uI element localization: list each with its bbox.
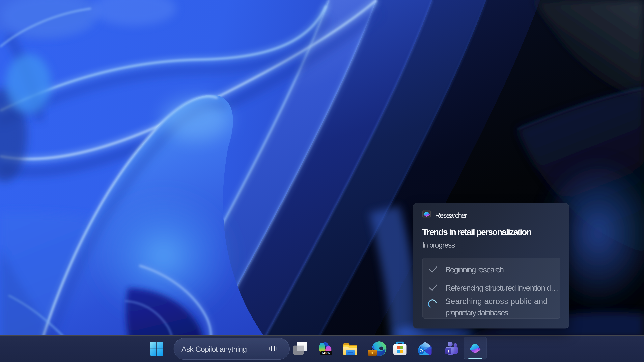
svg-text:T: T bbox=[447, 349, 450, 353]
svg-text:M365: M365 bbox=[322, 351, 330, 355]
svg-text:O: O bbox=[420, 348, 423, 353]
